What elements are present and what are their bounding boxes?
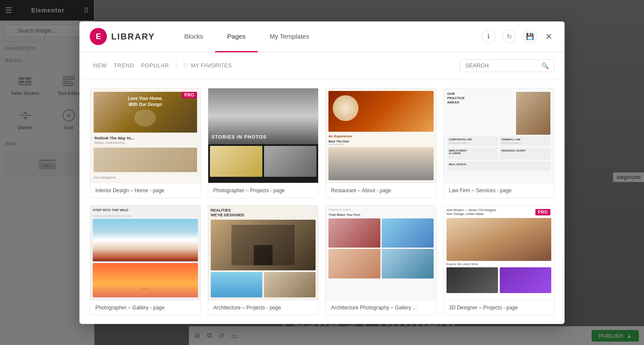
template-preview-lawfirm: OURPRACTICEAREAS CORPORATE LAW Lorem ips… [444, 88, 554, 183]
arch-photo-3 [328, 249, 380, 278]
stories-text: STORIES IN PHOTOS [212, 134, 267, 140]
template-card-law-firm[interactable]: OURPRACTICEAREAS CORPORATE LAW Lorem ips… [444, 88, 555, 198]
template-name-3d-designer: 3D Designer – Projects - page [444, 300, 554, 315]
law-firm-title: OURPRACTICEAREAS [447, 92, 514, 105]
designer-work-1 [447, 267, 498, 293]
info-icon: ℹ [487, 33, 490, 40]
meet-chef-desc: Lorem ipsum... [328, 143, 349, 145]
law-firm-item-3: EMPLOYMENT& LABOR ... [447, 148, 498, 160]
template-card-photographer-projects[interactable]: STORIES IN PHOTOS Photographer – Project… [208, 88, 319, 198]
law-firm-item-4: PERSONAL INJURY ... [500, 148, 550, 160]
heart-icon: ♡ [183, 62, 188, 69]
template-preview-arch-projects: REALITIESWE'VE DESIGNED [208, 206, 319, 300]
law-firm-top: OURPRACTICEAREAS [447, 92, 551, 135]
close-button[interactable]: ✕ [544, 30, 554, 43]
arch-photo-1 [328, 218, 380, 248]
template-name-restaurant: Restaurant – About - page [326, 183, 436, 198]
pro-badge-3d: PRO [535, 209, 550, 215]
arch-photo-topbar: Shapes & Colors ··· [328, 208, 434, 211]
law-firm-grid: CORPORATE LAW Lorem ipsum dolor... CRIMI… [447, 136, 551, 171]
arch-photo-4 [382, 249, 434, 278]
food-circle [333, 95, 358, 121]
law-firm-item-5: REAL ESTATE ... [447, 161, 551, 171]
search-container: 🔍 [460, 59, 554, 72]
template-card-3d-designer[interactable]: PRO John Mcwinn — Senior CGI Designerfro… [444, 205, 555, 315]
template-name-architecture-projects: Architecture – Projects - page [208, 300, 319, 315]
filter-popular[interactable]: POPULAR [137, 61, 173, 70]
mountain-image [93, 219, 198, 261]
modal-tabs: Blocks Pages My Templates [172, 21, 482, 52]
search-input[interactable] [465, 62, 538, 69]
save-icon: 💾 [526, 33, 534, 40]
template-name-photographer-gallery: Photographer – Gallery - page [90, 300, 200, 315]
law-firm-item-1: CORPORATE LAW Lorem ipsum dolor... [447, 136, 498, 146]
restaurant-food-image [328, 91, 434, 132]
arch-door-inner [254, 245, 273, 265]
filter-favorites[interactable]: ♡ MY FAVORITES [180, 61, 235, 70]
library-modal: E LIBRARY Blocks Pages My Templates ℹ [79, 21, 565, 324]
refresh-icon: ↻ [507, 33, 512, 40]
meet-chef-section: Meet The Chef Lorem ipsum... [328, 140, 434, 145]
birds-decoration: 〰 〰 [141, 287, 149, 291]
arch-photo-title: That Make You Feel [328, 213, 434, 217]
info-button[interactable]: ℹ [482, 30, 495, 43]
template-preview-interior: PRO Love Your Home,With Our Design Rethi… [90, 88, 200, 183]
template-card-restaurant-about[interactable]: An Experience Meet The Chef Lorem ipsum.… [325, 88, 437, 198]
filter-divider [176, 61, 176, 70]
restaurant-experience-title: An Experience [328, 134, 434, 138]
modal-header-actions: ℹ ↻ 💾 ✕ [482, 30, 554, 43]
arch-main-image [211, 220, 316, 270]
photographer-small-1 [210, 146, 262, 177]
save-button[interactable]: 💾 [523, 30, 537, 43]
modal-logo: E LIBRARY [90, 28, 155, 45]
template-name-photographer-projects: Photographer – Projects - page [208, 183, 319, 198]
interior-footer: Our Designers [94, 176, 197, 179]
tab-my-templates[interactable]: My Templates [258, 21, 321, 52]
modal-header: E LIBRARY Blocks Pages My Templates ℹ [79, 21, 565, 52]
arch-projects-title: REALITIESWE'VE DESIGNED [211, 208, 316, 218]
tab-pages[interactable]: Pages [215, 21, 258, 52]
favorites-label: MY FAVORITES [191, 62, 232, 69]
meet-chef-label: Meet The Chef [328, 140, 349, 143]
template-preview-pg: STEP INTO THE WILD Lorem ipsum descripti… [90, 206, 200, 300]
arch-sky-image [211, 272, 262, 297]
templates-grid: PRO Love Your Home,With Our Design Rethi… [79, 79, 565, 324]
pro-badge: PRO [182, 92, 197, 98]
arch-door [231, 225, 295, 265]
modal-overlay: E LIBRARY Blocks Pages My Templates ℹ [0, 0, 644, 345]
logo-letter: E [96, 32, 101, 41]
law-firm-image [516, 92, 550, 135]
filter-trend[interactable]: TREND [110, 61, 137, 70]
template-name-arch-photo-gallery: Architecture Photography – Gallery ... [326, 300, 436, 315]
tab-blocks[interactable]: Blocks [172, 21, 215, 52]
close-icon: ✕ [545, 32, 553, 41]
law-firm-text-col: OURPRACTICEAREAS [447, 92, 514, 135]
template-preview-restaurant: An Experience Meet The Chef Lorem ipsum.… [326, 88, 436, 183]
interior-text-block: Rethink The Way Yo... Design, Customized… [94, 134, 197, 146]
template-card-photographer-gallery[interactable]: STEP INTO THE WILD Lorem ipsum descripti… [90, 205, 201, 315]
photographer-main-image: STORIES IN PHOTOS [208, 88, 319, 144]
photographer-small-2 [264, 146, 316, 177]
template-preview-arch-photo: Shapes & Colors ··· That Make You Feel [326, 206, 436, 300]
template-preview-photographer: STORIES IN PHOTOS [208, 88, 319, 183]
designer-hero-image [447, 218, 552, 261]
template-card-interior-design[interactable]: PRO Love Your Home,With Our Design Rethi… [90, 88, 201, 198]
template-name-interior: Interior Design – Home - page [90, 183, 200, 198]
pg-title: STEP INTO THE WILD [93, 208, 198, 212]
photographer-bottom-row [208, 144, 319, 179]
sunset-image: 〰 〰 [93, 263, 198, 297]
filter-new[interactable]: NEW [90, 61, 110, 70]
law-firm-item-2: CRIMINAL LAW Lorem ipsum dolor... [500, 136, 550, 146]
designer-work-2 [500, 267, 551, 293]
arch-bottom-row [211, 272, 316, 297]
refresh-button[interactable]: ↻ [502, 30, 516, 43]
template-card-architecture-projects[interactable]: REALITIESWE'VE DESIGNED Architecture – P… [208, 205, 319, 315]
arch-photo-grid [328, 218, 434, 278]
elementor-logo-circle: E [90, 28, 107, 45]
filter-bar: NEW TREND POPULAR ♡ MY FAVORITES 🔍 [79, 52, 565, 79]
designer-bg [447, 218, 552, 261]
template-card-arch-photo-gallery[interactable]: Shapes & Colors ··· That Make You Feel A… [325, 205, 437, 315]
explore-work-title: Explore My Latest Work [447, 263, 552, 266]
template-preview-3d-designer: PRO John Mcwinn — Senior CGI Designerfro… [444, 206, 554, 300]
pg-subtitle: Lorem ipsum description text here [93, 215, 198, 217]
